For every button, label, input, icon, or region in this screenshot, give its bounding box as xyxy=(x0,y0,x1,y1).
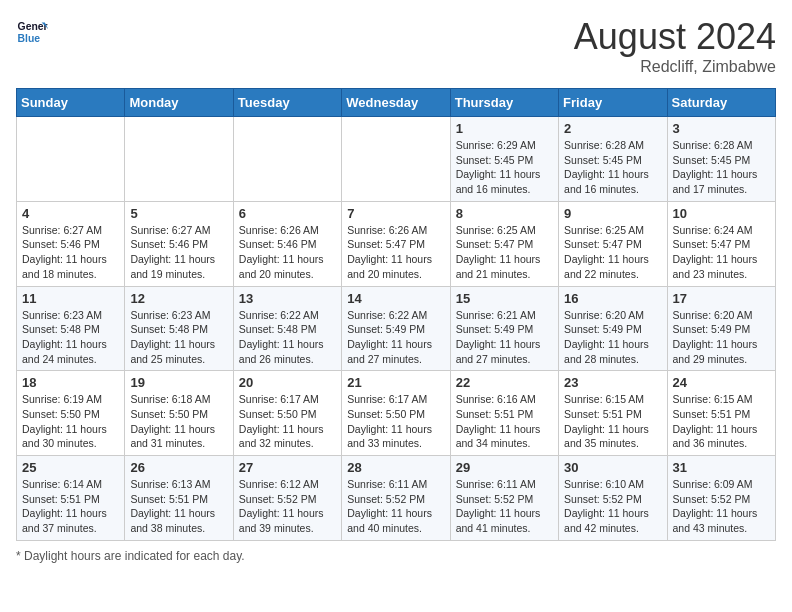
weekday-header-tuesday: Tuesday xyxy=(233,89,341,117)
calendar-body: 1Sunrise: 6:29 AMSunset: 5:45 PMDaylight… xyxy=(17,117,776,541)
cell-info: Sunrise: 6:19 AMSunset: 5:50 PMDaylight:… xyxy=(22,392,119,451)
cell-info: Sunrise: 6:27 AMSunset: 5:46 PMDaylight:… xyxy=(130,223,227,282)
month-year: August 2024 xyxy=(574,16,776,58)
cell-info: Sunrise: 6:27 AMSunset: 5:46 PMDaylight:… xyxy=(22,223,119,282)
day-number: 25 xyxy=(22,460,119,475)
cell-info: Sunrise: 6:09 AMSunset: 5:52 PMDaylight:… xyxy=(673,477,770,536)
calendar-cell: 4Sunrise: 6:27 AMSunset: 5:46 PMDaylight… xyxy=(17,201,125,286)
day-number: 11 xyxy=(22,291,119,306)
cell-info: Sunrise: 6:15 AMSunset: 5:51 PMDaylight:… xyxy=(564,392,661,451)
day-number: 28 xyxy=(347,460,444,475)
cell-info: Sunrise: 6:15 AMSunset: 5:51 PMDaylight:… xyxy=(673,392,770,451)
day-number: 9 xyxy=(564,206,661,221)
calendar-cell: 24Sunrise: 6:15 AMSunset: 5:51 PMDayligh… xyxy=(667,371,775,456)
logo: General Blue xyxy=(16,16,48,48)
day-number: 15 xyxy=(456,291,553,306)
calendar-cell: 1Sunrise: 6:29 AMSunset: 5:45 PMDaylight… xyxy=(450,117,558,202)
calendar-cell xyxy=(233,117,341,202)
day-number: 2 xyxy=(564,121,661,136)
calendar-cell: 17Sunrise: 6:20 AMSunset: 5:49 PMDayligh… xyxy=(667,286,775,371)
cell-info: Sunrise: 6:12 AMSunset: 5:52 PMDaylight:… xyxy=(239,477,336,536)
title-area: August 2024 Redcliff, Zimbabwe xyxy=(574,16,776,76)
calendar-week-row: 1Sunrise: 6:29 AMSunset: 5:45 PMDaylight… xyxy=(17,117,776,202)
calendar-cell: 19Sunrise: 6:18 AMSunset: 5:50 PMDayligh… xyxy=(125,371,233,456)
day-number: 20 xyxy=(239,375,336,390)
calendar-cell: 27Sunrise: 6:12 AMSunset: 5:52 PMDayligh… xyxy=(233,456,341,541)
calendar-cell: 23Sunrise: 6:15 AMSunset: 5:51 PMDayligh… xyxy=(559,371,667,456)
cell-info: Sunrise: 6:17 AMSunset: 5:50 PMDaylight:… xyxy=(347,392,444,451)
day-number: 22 xyxy=(456,375,553,390)
calendar-cell: 15Sunrise: 6:21 AMSunset: 5:49 PMDayligh… xyxy=(450,286,558,371)
day-number: 21 xyxy=(347,375,444,390)
calendar-cell: 25Sunrise: 6:14 AMSunset: 5:51 PMDayligh… xyxy=(17,456,125,541)
cell-info: Sunrise: 6:25 AMSunset: 5:47 PMDaylight:… xyxy=(564,223,661,282)
calendar-table: SundayMondayTuesdayWednesdayThursdayFrid… xyxy=(16,88,776,541)
day-number: 23 xyxy=(564,375,661,390)
cell-info: Sunrise: 6:28 AMSunset: 5:45 PMDaylight:… xyxy=(564,138,661,197)
calendar-cell: 8Sunrise: 6:25 AMSunset: 5:47 PMDaylight… xyxy=(450,201,558,286)
day-number: 12 xyxy=(130,291,227,306)
calendar-cell: 12Sunrise: 6:23 AMSunset: 5:48 PMDayligh… xyxy=(125,286,233,371)
cell-info: Sunrise: 6:22 AMSunset: 5:49 PMDaylight:… xyxy=(347,308,444,367)
weekday-header-thursday: Thursday xyxy=(450,89,558,117)
calendar-cell: 6Sunrise: 6:26 AMSunset: 5:46 PMDaylight… xyxy=(233,201,341,286)
day-number: 19 xyxy=(130,375,227,390)
cell-info: Sunrise: 6:22 AMSunset: 5:48 PMDaylight:… xyxy=(239,308,336,367)
calendar-cell: 11Sunrise: 6:23 AMSunset: 5:48 PMDayligh… xyxy=(17,286,125,371)
calendar-week-row: 25Sunrise: 6:14 AMSunset: 5:51 PMDayligh… xyxy=(17,456,776,541)
calendar-cell: 3Sunrise: 6:28 AMSunset: 5:45 PMDaylight… xyxy=(667,117,775,202)
calendar-cell xyxy=(342,117,450,202)
calendar-cell: 18Sunrise: 6:19 AMSunset: 5:50 PMDayligh… xyxy=(17,371,125,456)
day-number: 27 xyxy=(239,460,336,475)
calendar-cell: 2Sunrise: 6:28 AMSunset: 5:45 PMDaylight… xyxy=(559,117,667,202)
cell-info: Sunrise: 6:23 AMSunset: 5:48 PMDaylight:… xyxy=(22,308,119,367)
day-number: 31 xyxy=(673,460,770,475)
calendar-cell: 21Sunrise: 6:17 AMSunset: 5:50 PMDayligh… xyxy=(342,371,450,456)
cell-info: Sunrise: 6:23 AMSunset: 5:48 PMDaylight:… xyxy=(130,308,227,367)
day-number: 18 xyxy=(22,375,119,390)
cell-info: Sunrise: 6:20 AMSunset: 5:49 PMDaylight:… xyxy=(673,308,770,367)
day-number: 13 xyxy=(239,291,336,306)
calendar-cell: 14Sunrise: 6:22 AMSunset: 5:49 PMDayligh… xyxy=(342,286,450,371)
day-number: 17 xyxy=(673,291,770,306)
day-number: 1 xyxy=(456,121,553,136)
cell-info: Sunrise: 6:16 AMSunset: 5:51 PMDaylight:… xyxy=(456,392,553,451)
calendar-cell: 9Sunrise: 6:25 AMSunset: 5:47 PMDaylight… xyxy=(559,201,667,286)
day-number: 7 xyxy=(347,206,444,221)
svg-text:Blue: Blue xyxy=(18,33,41,44)
day-number: 14 xyxy=(347,291,444,306)
calendar-week-row: 18Sunrise: 6:19 AMSunset: 5:50 PMDayligh… xyxy=(17,371,776,456)
calendar-cell: 28Sunrise: 6:11 AMSunset: 5:52 PMDayligh… xyxy=(342,456,450,541)
calendar-cell: 31Sunrise: 6:09 AMSunset: 5:52 PMDayligh… xyxy=(667,456,775,541)
calendar-cell: 26Sunrise: 6:13 AMSunset: 5:51 PMDayligh… xyxy=(125,456,233,541)
calendar-cell: 5Sunrise: 6:27 AMSunset: 5:46 PMDaylight… xyxy=(125,201,233,286)
calendar-cell xyxy=(17,117,125,202)
calendar-cell: 30Sunrise: 6:10 AMSunset: 5:52 PMDayligh… xyxy=(559,456,667,541)
day-number: 4 xyxy=(22,206,119,221)
calendar-cell: 10Sunrise: 6:24 AMSunset: 5:47 PMDayligh… xyxy=(667,201,775,286)
footer-note: * Daylight hours are indicated for each … xyxy=(16,549,776,563)
cell-info: Sunrise: 6:24 AMSunset: 5:47 PMDaylight:… xyxy=(673,223,770,282)
weekday-header-wednesday: Wednesday xyxy=(342,89,450,117)
cell-info: Sunrise: 6:26 AMSunset: 5:46 PMDaylight:… xyxy=(239,223,336,282)
day-number: 24 xyxy=(673,375,770,390)
cell-info: Sunrise: 6:14 AMSunset: 5:51 PMDaylight:… xyxy=(22,477,119,536)
location: Redcliff, Zimbabwe xyxy=(574,58,776,76)
calendar-cell: 16Sunrise: 6:20 AMSunset: 5:49 PMDayligh… xyxy=(559,286,667,371)
daylight-hours-label: Daylight hours xyxy=(24,549,101,563)
weekday-header-sunday: Sunday xyxy=(17,89,125,117)
calendar-cell: 29Sunrise: 6:11 AMSunset: 5:52 PMDayligh… xyxy=(450,456,558,541)
cell-info: Sunrise: 6:21 AMSunset: 5:49 PMDaylight:… xyxy=(456,308,553,367)
day-number: 26 xyxy=(130,460,227,475)
day-number: 29 xyxy=(456,460,553,475)
cell-info: Sunrise: 6:29 AMSunset: 5:45 PMDaylight:… xyxy=(456,138,553,197)
calendar-cell: 7Sunrise: 6:26 AMSunset: 5:47 PMDaylight… xyxy=(342,201,450,286)
calendar-header-row: SundayMondayTuesdayWednesdayThursdayFrid… xyxy=(17,89,776,117)
cell-info: Sunrise: 6:18 AMSunset: 5:50 PMDaylight:… xyxy=(130,392,227,451)
logo-icon: General Blue xyxy=(16,16,48,48)
day-number: 8 xyxy=(456,206,553,221)
weekday-header-friday: Friday xyxy=(559,89,667,117)
day-number: 6 xyxy=(239,206,336,221)
calendar-week-row: 4Sunrise: 6:27 AMSunset: 5:46 PMDaylight… xyxy=(17,201,776,286)
day-number: 5 xyxy=(130,206,227,221)
